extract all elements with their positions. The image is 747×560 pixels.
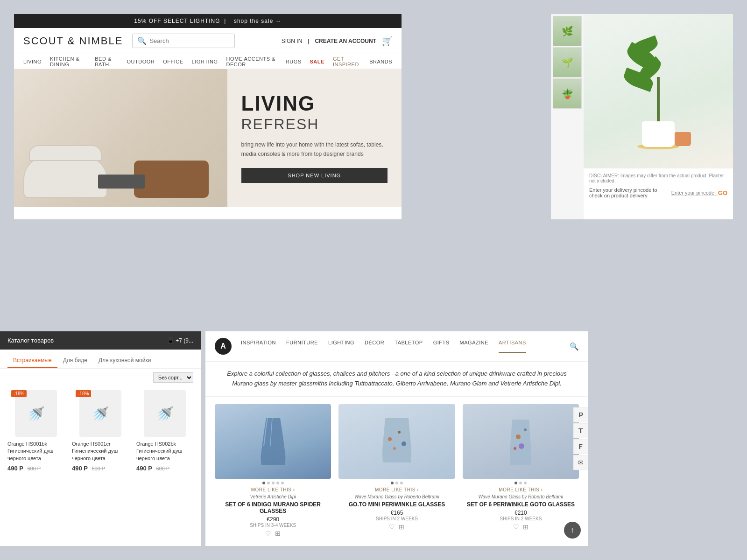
nav-kitchen[interactable]: KITCHEN & DINING xyxy=(50,56,86,67)
promo-bar: 15% OFF SELECT LIGHTING | shop the sale … xyxy=(14,14,402,28)
product-title-2[interactable]: GO.TO MINI PERIWINKLE GLASSES xyxy=(338,501,455,508)
search-icon: 🔍 xyxy=(137,36,147,45)
discount-badge-1: -18% xyxy=(11,390,27,397)
search-input[interactable] xyxy=(149,37,230,44)
email-button[interactable]: ✉ xyxy=(573,455,588,470)
svg-point-5 xyxy=(524,428,527,431)
ru-header-phone: 📱 +7 (9... xyxy=(167,337,193,344)
dot-1 xyxy=(262,482,265,484)
wishlist-icon-3[interactable]: ♡ xyxy=(513,523,519,531)
scout-header: SCOUT & NIMBLE 🔍 SIGN IN | CREATE AN ACC… xyxy=(14,28,402,54)
svg-point-4 xyxy=(516,434,521,439)
wishlist-icon-2[interactable]: ♡ xyxy=(389,523,395,531)
thumbnail-1[interactable]: 🌿 xyxy=(553,16,582,46)
ru-header: Каталог товаров 📱 +7 (9... xyxy=(0,331,201,350)
nav-outdoor[interactable]: OUTDOOR xyxy=(127,59,155,64)
twitter-button[interactable]: 𝗧 xyxy=(573,423,588,438)
nav-decor[interactable]: DÉCOR xyxy=(365,340,384,353)
thumbnail-2[interactable]: 🌱 xyxy=(553,47,582,77)
ru-product-3: 🚿 Orange HS002bk Гигиенический душ черно… xyxy=(133,386,197,476)
nav-inspiration[interactable]: INSPIRATION xyxy=(241,340,276,353)
dot2-3 xyxy=(400,482,403,484)
catalog-label[interactable]: Каталог товаров xyxy=(7,337,54,344)
nav-get-inspired[interactable]: GET INSPIRED xyxy=(333,56,361,67)
promo-text: 15% OFF SELECT LIGHTING xyxy=(134,18,220,24)
search-icon[interactable]: 🔍 xyxy=(570,342,579,351)
price-old-1: 600 Р xyxy=(27,466,41,471)
artisan-product-3: MORE LIKE THIS › Wave Murano Glass by Ro… xyxy=(463,404,579,537)
scout-logo: SCOUT & NIMBLE xyxy=(23,35,123,47)
add-to-list-icon-3[interactable]: ⊞ xyxy=(523,523,529,531)
more-like-this-1[interactable]: MORE LIKE THIS › xyxy=(215,487,331,492)
thumbnail-3[interactable]: 🪴 xyxy=(553,78,582,109)
nav-bed[interactable]: BED & BATH xyxy=(95,56,118,67)
create-account-link[interactable]: CREATE AN ACCOUNT xyxy=(315,38,376,44)
artisans-header: A INSPIRATION FURNITURE LIGHTING DÉCOR T… xyxy=(205,331,588,362)
more-like-this-3[interactable]: MORE LIKE THIS › xyxy=(463,487,579,492)
search-box[interactable]: 🔍 xyxy=(132,34,235,48)
product-name-1: Orange HS001bk Гигиенический душ черного… xyxy=(7,441,64,462)
sofa-brown xyxy=(134,161,209,198)
nav-tabletop[interactable]: TABLETOP xyxy=(395,340,423,353)
product-panel: 🌿 🌱 🪴 DISCLAIMER: Images may differ from… xyxy=(551,14,733,219)
pincode-input[interactable] xyxy=(671,190,718,196)
add-to-list-icon-1[interactable]: ⊞ xyxy=(275,530,281,537)
nav-brands[interactable]: BRANDS xyxy=(369,59,392,64)
artisans-nav: INSPIRATION FURNITURE LIGHTING DÉCOR TAB… xyxy=(241,340,526,353)
nav-home-accents[interactable]: HOME ACCENTS & DECOR xyxy=(226,56,277,67)
wishlist-icon-1[interactable]: ♡ xyxy=(265,530,271,537)
sort-select[interactable]: Без сорт... xyxy=(153,372,193,383)
artisans-tagline: Explore a colorful collection of glasses… xyxy=(205,362,588,397)
product-shipping-1: SHIPS IN 3-4 WEEKS xyxy=(215,523,331,528)
russian-shop-panel: Каталог товаров 📱 +7 (9... Встраиваемые … xyxy=(0,331,201,546)
more-like-this-2[interactable]: MORE LIKE THIS › xyxy=(338,487,455,492)
phone-icon: 📱 xyxy=(167,337,174,344)
artisans-panel: A INSPIRATION FURNITURE LIGHTING DÉCOR T… xyxy=(205,331,588,546)
hero-content: LIVING REFRESH bring new life into your … xyxy=(227,69,402,207)
product-main-image xyxy=(584,14,733,168)
product-title-3[interactable]: SET OF 6 PERIWINKLE GOTO GLASSES xyxy=(463,501,579,508)
hero-cta-button[interactable]: SHOP NEW LIVING xyxy=(241,168,388,183)
facebook-button[interactable]: 𝗙 xyxy=(573,439,588,454)
svg-point-0 xyxy=(388,437,392,441)
dot-3 xyxy=(272,482,275,484)
product-dots-1 xyxy=(215,482,331,484)
nav-artisans[interactable]: ARTISANS xyxy=(499,340,526,353)
nav-furniture[interactable]: FURNITURE xyxy=(286,340,318,353)
artisan-product-1: MORE LIKE THIS › Vetrerie Artistiche Dip… xyxy=(215,404,331,537)
scroll-top-button[interactable]: ↑ xyxy=(564,522,581,539)
nav-office[interactable]: OFFICE xyxy=(163,59,183,64)
mug-decoration xyxy=(675,132,691,146)
price-old-2: 600 Р xyxy=(92,466,105,471)
ru-tab-built-in[interactable]: Встраиваемые xyxy=(7,354,57,368)
cart-icon[interactable]: 🛒 xyxy=(382,36,392,46)
nav-lighting[interactable]: LIGHTING xyxy=(328,340,354,353)
ru-tab-sink[interactable]: Для кухонной мойки xyxy=(93,354,156,368)
nav-sale[interactable]: SALE xyxy=(310,59,324,64)
hero-background: LIVING REFRESH bring new life into your … xyxy=(14,69,402,207)
nav-rugs[interactable]: RUGS xyxy=(286,59,302,64)
nav-living[interactable]: LIVING xyxy=(23,59,42,64)
price-new-3: 490 Р xyxy=(136,465,152,472)
hero-title-sub: REFRESH xyxy=(241,116,388,133)
product-price-2: 490 Р 600 Р xyxy=(72,464,129,472)
nav-magazine[interactable]: MAGAZINE xyxy=(460,340,488,353)
artisans-logo: A xyxy=(215,338,232,355)
add-to-list-icon-2[interactable]: ⊞ xyxy=(399,523,404,531)
svg-point-1 xyxy=(398,431,401,434)
product-title-1[interactable]: SET OF 6 INDIGO MURANO SPIDER GLASSES xyxy=(215,501,331,514)
ru-sort: Без сорт... xyxy=(0,369,201,386)
ru-tab-bidet[interactable]: Для биде xyxy=(57,354,93,368)
go-button[interactable]: GO xyxy=(718,189,727,196)
svg-point-2 xyxy=(402,441,406,446)
product-actions-3: ♡ ⊞ xyxy=(463,523,579,531)
nav-gifts[interactable]: GIFTS xyxy=(433,340,450,353)
pinterest-button[interactable]: 𝗣 xyxy=(573,407,588,422)
ru-product-2: -18% 🚿 Orange HS001cr Гигиенический душ … xyxy=(68,386,133,476)
hero-banner: LIVING REFRESH bring new life into your … xyxy=(14,69,402,207)
social-sidebar: 𝗣 𝗧 𝗙 ✉ xyxy=(573,407,588,470)
promo-link[interactable]: shop the sale → xyxy=(234,18,282,24)
sign-in-link[interactable]: SIGN IN xyxy=(282,38,303,44)
nav-lighting[interactable]: LIGHTING xyxy=(192,59,218,64)
price-old-3: 600 Р xyxy=(156,466,169,471)
